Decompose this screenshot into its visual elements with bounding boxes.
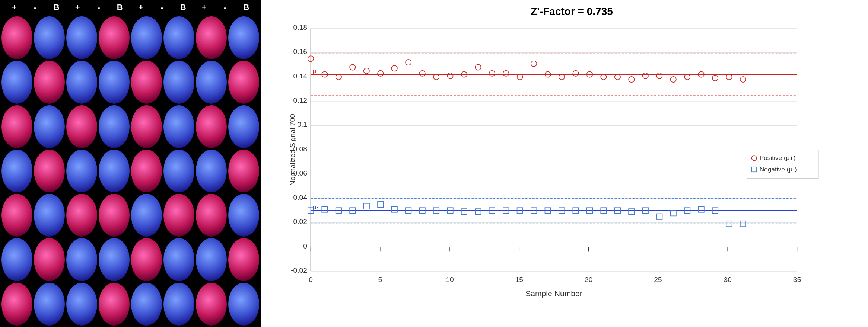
cell-r5c5	[131, 194, 162, 237]
cell-r4c6	[163, 150, 194, 192]
col-header-3: B	[48, 3, 65, 12]
svg-rect-87	[378, 202, 383, 207]
cell-r6c6	[163, 238, 194, 281]
cell-r5c3	[66, 194, 97, 237]
cell-r6c3	[66, 238, 97, 281]
col-header-7: +	[133, 3, 149, 12]
svg-text:15: 15	[515, 276, 523, 283]
svg-text:0: 0	[303, 242, 307, 250]
cell-r4c5	[131, 150, 162, 192]
cell-r1c7	[196, 16, 227, 59]
svg-text:Normalized Signal 700: Normalized Signal 700	[289, 114, 296, 186]
svg-rect-110	[698, 206, 704, 212]
svg-rect-94	[475, 209, 481, 214]
cell-r1c4	[99, 16, 130, 59]
svg-text:0.16: 0.16	[293, 48, 307, 55]
svg-text:0.02: 0.02	[293, 218, 307, 225]
cell-r6c4	[99, 238, 130, 281]
svg-rect-88	[392, 206, 397, 212]
svg-rect-93	[461, 209, 467, 214]
svg-point-73	[629, 77, 634, 82]
svg-text:0.1: 0.1	[297, 121, 307, 128]
svg-point-69	[573, 71, 578, 76]
cell-r3c2	[34, 105, 65, 148]
svg-text:35: 35	[793, 276, 801, 283]
cell-r4c3	[66, 150, 97, 192]
col-header-9: B	[175, 3, 191, 12]
cell-r4c1	[1, 150, 32, 192]
cell-r2c6	[163, 61, 194, 103]
svg-point-75	[656, 73, 662, 78]
svg-text:-0.02: -0.02	[291, 266, 307, 274]
svg-point-64	[503, 71, 509, 76]
cell-r7c1	[1, 283, 32, 326]
cell-r1c2	[34, 16, 65, 59]
cell-r6c7	[196, 238, 227, 281]
cell-r6c1	[1, 238, 32, 281]
svg-rect-83	[322, 206, 327, 212]
cell-grid	[0, 15, 261, 327]
svg-text:Negative (μ-): Negative (μ-)	[760, 166, 797, 173]
cell-r1c8	[228, 16, 259, 59]
svg-point-66	[531, 61, 537, 67]
cell-r2c8	[228, 61, 259, 103]
svg-point-53	[350, 64, 355, 70]
svg-text:20: 20	[585, 276, 592, 283]
cell-r3c8	[228, 105, 259, 148]
column-header-row: + - B + - B + - B + - B	[0, 0, 261, 15]
cell-r1c1	[1, 16, 32, 59]
cell-r5c1	[1, 194, 32, 237]
cell-r7c6	[163, 283, 194, 326]
col-header-6: B	[111, 3, 128, 12]
cell-r3c5	[131, 105, 162, 148]
col-header-12: B	[238, 3, 255, 12]
svg-point-81	[740, 77, 746, 82]
cell-r2c2	[34, 61, 65, 103]
cell-r5c7	[196, 194, 227, 237]
svg-point-79	[712, 75, 718, 81]
chart-panel: Z'-Factor = 0.735	[261, 0, 868, 327]
col-header-8: -	[153, 3, 170, 12]
svg-rect-108	[671, 210, 676, 216]
cell-r3c7	[196, 105, 227, 148]
cell-r2c5	[131, 61, 162, 103]
svg-text:μ+: μ+	[312, 67, 320, 74]
svg-point-76	[671, 77, 676, 82]
svg-text:0.04: 0.04	[293, 193, 308, 201]
chart-container: 0.18 0.16 0.14 0.12 0.1 0.08 0.06 0.04 0…	[283, 21, 861, 300]
col-header-4: +	[69, 3, 86, 12]
cell-r2c1	[1, 61, 32, 103]
cell-r5c6	[163, 194, 194, 237]
cell-r4c8	[228, 150, 259, 192]
col-header-1: +	[6, 3, 23, 12]
cell-r1c5	[131, 16, 162, 59]
cell-r4c2	[34, 150, 65, 192]
svg-text:10: 10	[446, 276, 454, 283]
cell-r3c6	[163, 105, 194, 148]
svg-rect-105	[629, 209, 634, 214]
svg-rect-86	[364, 203, 369, 209]
cell-r2c7	[196, 61, 227, 103]
cell-r7c2	[34, 283, 65, 326]
svg-point-56	[392, 65, 397, 71]
svg-point-63	[489, 71, 495, 76]
svg-point-54	[364, 68, 369, 74]
svg-text:0.12: 0.12	[293, 96, 307, 104]
col-header-10: +	[196, 3, 213, 12]
svg-point-58	[419, 71, 425, 76]
svg-text:0.18: 0.18	[293, 23, 307, 31]
cell-r3c4	[99, 105, 130, 148]
svg-point-60	[447, 73, 453, 78]
cell-r2c4	[99, 61, 130, 103]
svg-text:Positive (μ+): Positive (μ+)	[760, 154, 796, 161]
microscopy-panel: + - B + - B + - B + - B	[0, 0, 261, 327]
svg-point-74	[643, 73, 648, 78]
svg-text:0: 0	[309, 276, 313, 283]
cell-r5c2	[34, 194, 65, 237]
cell-r4c4	[99, 150, 130, 192]
cell-r4c7	[196, 150, 227, 192]
cell-r7c8	[228, 283, 259, 326]
cell-r2c3	[66, 61, 97, 103]
cell-r5c4	[99, 194, 130, 237]
chart-title: Z'-Factor = 0.735	[283, 4, 861, 17]
